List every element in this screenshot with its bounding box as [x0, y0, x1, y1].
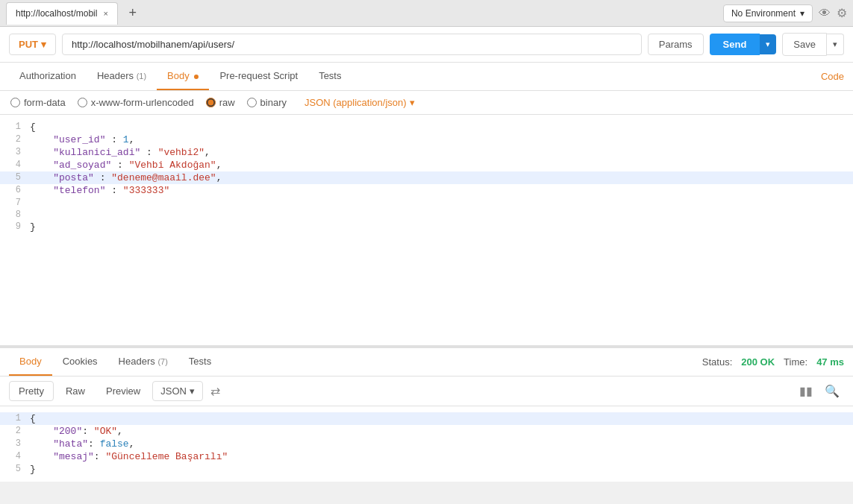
tab-authorization[interactable]: Authorization — [9, 63, 87, 90]
code-line: 8 — [0, 209, 853, 221]
line-number: 6 — [0, 185, 30, 195]
line-number: 3 — [0, 147, 30, 157]
response-code-editor: 1{2 "200": "OK",3 "hata": false,4 "mesaj… — [0, 406, 853, 482]
response-section: Body Cookies Headers (7) Tests Status: 2… — [0, 346, 853, 482]
response-status-info: Status: 200 OK Time: 47 ms — [702, 356, 844, 368]
response-action-icons: ▮▮ 🔍 — [795, 381, 844, 401]
request-body-editor[interactable]: 1{2 "user_id" : 1,3 "kullanici_adi" : "v… — [0, 115, 853, 346]
save-button-group: Save ▾ — [782, 33, 844, 56]
save-button[interactable]: Save — [782, 33, 827, 56]
code-line: 2 "user_id" : 1, — [0, 133, 853, 146]
params-button[interactable]: Params — [648, 34, 704, 55]
body-options: form-data x-www-form-urlencoded raw bina… — [0, 91, 853, 115]
raw-tab[interactable]: Raw — [57, 382, 94, 400]
browser-tab[interactable]: http://localhost/mobil × — [6, 2, 118, 25]
code-line: 6 "telefon" : "333333" — [0, 184, 853, 197]
form-data-label: form-data — [24, 97, 66, 108]
raw-radio[interactable] — [206, 98, 216, 107]
preview-tab[interactable]: Preview — [97, 382, 149, 400]
code-line: 2 "200": "OK", — [0, 425, 853, 438]
line-content: { — [30, 413, 853, 424]
search-icon[interactable]: 🔍 — [820, 381, 844, 401]
code-line: 5 "posta" : "deneme@maail.dee", — [0, 171, 853, 184]
line-content: { — [30, 122, 853, 133]
browser-tab-bar: http://localhost/mobil × + No Environmen… — [0, 0, 853, 27]
method-dropdown[interactable]: PUT ▾ — [9, 34, 56, 55]
env-selector[interactable]: No Environment ▾ — [723, 4, 813, 22]
line-content: } — [30, 221, 853, 233]
line-content: "ad_soyad" : "Vehbi Akdoğan", — [30, 160, 853, 171]
urlencoded-radio[interactable] — [78, 98, 87, 107]
tab-close-icon[interactable]: × — [103, 9, 107, 18]
line-number: 4 — [0, 451, 30, 462]
binary-label: binary — [260, 97, 287, 108]
code-line: 1{ — [0, 412, 853, 425]
line-number: 5 — [0, 172, 30, 183]
tab-prerequest-label: Pre-request Script — [219, 70, 298, 81]
line-content: "200": "OK", — [30, 426, 853, 437]
tab-tests[interactable]: Tests — [308, 63, 351, 90]
code-line: 5} — [0, 463, 853, 476]
binary-option[interactable]: binary — [247, 97, 287, 108]
code-line: 3 "kullanici_adi" : "vehbi2", — [0, 146, 853, 159]
line-content: "hata": false, — [30, 438, 853, 450]
resp-tab-tests[interactable]: Tests — [178, 348, 222, 376]
tab-title: http://localhost/mobil — [16, 8, 97, 19]
env-label: No Environment — [731, 8, 796, 19]
response-format-bar: Pretty Raw Preview JSON ▾ ⇄ ▮▮ 🔍 — [0, 377, 853, 406]
add-tab-button[interactable]: + — [124, 4, 142, 22]
code-line: 4 "ad_soyad" : "Vehbi Akdoğan", — [0, 159, 853, 171]
send-button[interactable]: Send — [710, 34, 760, 55]
save-dropdown-button[interactable]: ▾ — [827, 34, 844, 55]
wrap-icon[interactable]: ⇄ — [206, 381, 225, 401]
binary-radio[interactable] — [247, 98, 257, 107]
resp-body-label: Body — [19, 356, 42, 367]
resp-tab-headers[interactable]: Headers (7) — [108, 348, 178, 376]
resp-tests-label: Tests — [189, 356, 211, 367]
method-label: PUT — [19, 39, 38, 50]
line-content: "user_id" : 1, — [30, 134, 853, 145]
resp-cookies-label: Cookies — [63, 356, 98, 367]
form-data-option[interactable]: form-data — [10, 97, 66, 108]
code-link[interactable]: Code — [821, 71, 844, 82]
gear-icon[interactable]: ⚙ — [837, 6, 847, 20]
status-value: 200 OK — [741, 356, 775, 368]
copy-icon[interactable]: ▮▮ — [795, 381, 817, 401]
code-line: 9} — [0, 221, 853, 233]
resp-tab-cookies[interactable]: Cookies — [52, 348, 108, 376]
raw-label: raw — [219, 97, 235, 108]
line-number: 2 — [0, 426, 30, 436]
line-number: 5 — [0, 464, 30, 474]
json-format-label: JSON — [160, 385, 187, 397]
code-line: 1{ — [0, 121, 853, 133]
body-dot-indicator — [194, 75, 199, 79]
json-type-selector[interactable]: JSON (application/json) ▾ — [304, 97, 415, 108]
json-format-button[interactable]: JSON ▾ — [152, 381, 203, 401]
tab-body[interactable]: Body — [157, 63, 209, 90]
line-number: 2 — [0, 134, 30, 145]
resp-headers-badge: (7) — [157, 357, 167, 366]
url-input[interactable] — [62, 34, 642, 55]
tab-tests-label: Tests — [319, 70, 341, 81]
code-line: 7 — [0, 197, 853, 209]
urlencoded-option[interactable]: x-www-form-urlencoded — [78, 97, 194, 108]
line-number: 1 — [0, 413, 30, 423]
pretty-tab[interactable]: Pretty — [9, 381, 54, 401]
line-number: 3 — [0, 438, 30, 449]
json-format-chevron-icon: ▾ — [190, 385, 195, 397]
eye-icon[interactable]: 👁 — [819, 7, 831, 20]
resp-tab-body[interactable]: Body — [9, 348, 52, 376]
code-line: 4 "mesaj": "Güncelleme Başarılı" — [0, 450, 853, 463]
response-tabs-bar: Body Cookies Headers (7) Tests Status: 2… — [0, 348, 853, 377]
tab-prerequest[interactable]: Pre-request Script — [209, 63, 308, 90]
line-number: 4 — [0, 160, 30, 170]
form-data-radio[interactable] — [10, 98, 20, 107]
time-value: 47 ms — [816, 356, 844, 368]
json-type-label: JSON (application/json) — [304, 97, 407, 108]
line-number: 7 — [0, 198, 30, 208]
send-dropdown-button[interactable]: ▾ — [760, 34, 776, 54]
raw-option[interactable]: raw — [206, 97, 235, 108]
line-content: "kullanici_adi" : "vehbi2", — [30, 147, 853, 158]
tab-headers-label: Headers — [97, 70, 134, 81]
tab-headers[interactable]: Headers (1) — [87, 63, 157, 90]
